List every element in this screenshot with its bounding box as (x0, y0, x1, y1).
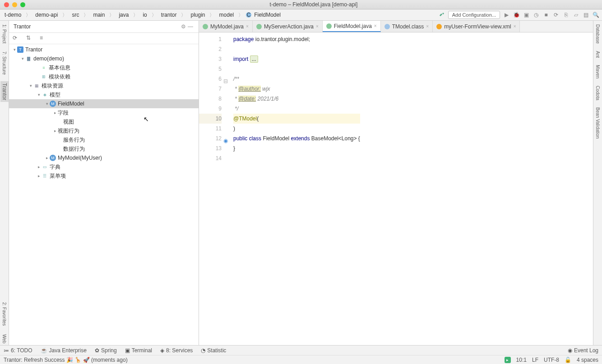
info-icon: ≡ (41, 65, 47, 71)
run-icon[interactable]: ▶ (503, 11, 510, 18)
close-icon[interactable] (4, 2, 9, 7)
close-icon[interactable]: × (316, 24, 319, 29)
tree-svcact[interactable]: ▸服务行为 (9, 135, 199, 144)
indent[interactable]: 4 spaces (577, 357, 598, 363)
terminal-button[interactable]: ▣ Terminal (125, 347, 152, 354)
close-icon[interactable]: × (374, 23, 377, 28)
structure-tab[interactable]: 7: Structure (1, 50, 8, 77)
crumb[interactable]: io (141, 11, 148, 18)
crumb[interactable]: t-demo (3, 11, 23, 18)
crumb[interactable]: demo-api (33, 11, 60, 18)
tree-res[interactable]: ▾▦模块资源 (9, 81, 199, 90)
left-tool-strip: 1: Project 7: Structure Trantor 2: Favor… (0, 21, 9, 345)
codota-tab[interactable]: Codota (595, 84, 601, 102)
todo-button[interactable]: ≔ 6: TODO (4, 347, 32, 354)
crumb[interactable]: model (217, 11, 236, 18)
hammer-icon[interactable] (438, 11, 445, 18)
panel-toolbar: ⟳ ⇅ ≡ (9, 33, 199, 44)
collapse-icon[interactable]: ≡ (40, 35, 47, 42)
expand-icon[interactable]: ⇅ (26, 35, 33, 42)
statistic-button[interactable]: ◔ Statistic (201, 347, 226, 354)
code-editor[interactable]: 12356⊟789101112◉1314 package io.trantor.… (199, 32, 593, 345)
event-log-button[interactable]: ◉ Event Log (568, 347, 598, 354)
close-icon[interactable]: × (426, 24, 429, 29)
tree-dict[interactable]: ▸▭字典 (9, 162, 199, 171)
project-tab[interactable]: 1: Project (1, 23, 8, 45)
ant-tab[interactable]: Ant (595, 49, 601, 60)
class-gutter-icon[interactable]: ◉ (223, 136, 228, 140)
mirror-icon[interactable]: ▱ (572, 11, 579, 18)
vcs-icon[interactable]: ⎘ (562, 11, 570, 18)
panel-title: Trantor (14, 23, 180, 30)
tree-mymodel[interactable]: ▸MMyModel(MyUser) (9, 153, 199, 162)
close-icon[interactable]: × (246, 24, 249, 29)
tab-fieldmodel[interactable]: FieldModel.java× (323, 21, 381, 32)
tree-menu[interactable]: ▸☰菜单项 (9, 171, 199, 180)
tree-models[interactable]: ▾◈模型 (9, 90, 199, 99)
tree-fieldmodel[interactable]: ▾MFieldModel (9, 99, 199, 108)
minimize-icon[interactable] (12, 2, 17, 7)
encoding[interactable]: UTF-8 (544, 357, 559, 363)
breadcrumb: t-demo〉 demo-api〉 src〉 main〉 java〉 io〉 t… (3, 11, 438, 19)
refresh-icon[interactable]: ⟳ (13, 35, 20, 42)
spring-button[interactable]: ✿ Spring (95, 347, 117, 354)
editor-area: MyModel.java× MyServerAction.java× Field… (199, 21, 593, 345)
tab-tmodel[interactable]: TModel.class× (381, 21, 433, 32)
line-separator[interactable]: LF (532, 357, 538, 363)
status-indicator[interactable]: ▸ (505, 357, 511, 363)
gear-icon[interactable]: ⚙ (180, 23, 187, 30)
tree-basic[interactable]: ▸≡基本信息 (9, 63, 199, 72)
tree-fields[interactable]: ▸字段 (9, 108, 199, 117)
minimize-panel-icon[interactable]: — (187, 23, 194, 30)
tree-viewact[interactable]: ▸视图行为 (9, 126, 199, 135)
bean-tab[interactable]: Bean Validation (595, 106, 601, 140)
coverage-icon[interactable]: ▣ (523, 11, 530, 18)
res-icon: ▦ (33, 83, 40, 89)
web-tab[interactable]: Web (1, 332, 8, 345)
status-bar: Trantor: Refresh Success 🎉 🦒 🚀 (moments … (0, 355, 602, 364)
crumb[interactable]: java (117, 11, 130, 18)
tab-mymodel[interactable]: MyModel.java× (199, 21, 253, 32)
add-configuration-button[interactable]: Add Configuration... (448, 11, 500, 19)
folder-icon: ▇ (25, 55, 32, 62)
java-enterprise-button[interactable]: ☕ Java Enterprise (41, 347, 87, 354)
maximize-icon[interactable] (20, 2, 25, 7)
tab-myuser-xml[interactable]: myUser-FormView-view.xml× (433, 21, 520, 32)
fold-icon[interactable]: ⊟ (223, 76, 228, 81)
editor-tabs: MyModel.java× MyServerAction.java× Field… (199, 21, 593, 32)
tree-dataact[interactable]: ▸数据行为 (9, 144, 199, 153)
tree-demo[interactable]: ▾▇demo(demo) (9, 54, 199, 63)
crumb[interactable]: main (91, 11, 107, 18)
close-icon[interactable]: × (514, 24, 516, 29)
mouse-cursor: ↖ (144, 115, 149, 123)
profile-icon[interactable]: ◷ (533, 11, 540, 18)
model-icon: ◈ (42, 92, 48, 98)
tree-views[interactable]: ▸视图 (9, 117, 199, 126)
tree-dep[interactable]: ▸⊞模块依赖 (9, 72, 199, 81)
trantor-icon: T (17, 46, 23, 53)
search-icon[interactable]: 🔍 (592, 11, 599, 18)
services-button[interactable]: ◈ 8: Services (160, 347, 193, 354)
bottom-toolbar: ≔ 6: TODO ☕ Java Enterprise ✿ Spring ▣ T… (0, 345, 602, 355)
panel-icon[interactable]: ▤ (582, 11, 589, 18)
tree-root[interactable]: ▾TTrantor (9, 45, 199, 54)
maven-tab[interactable]: Maven (595, 63, 601, 80)
restart-icon[interactable]: ⟳ (552, 11, 560, 18)
debug-icon[interactable]: 🐞 (513, 11, 520, 18)
m-icon: M (50, 101, 56, 107)
crumb[interactable]: plugin (189, 11, 207, 18)
dict-icon: ▭ (42, 164, 48, 170)
database-tab[interactable]: Database (595, 23, 601, 46)
window-title: t-demo – FieldModel.java [demo-api] (25, 1, 602, 8)
crumb[interactable]: src (70, 11, 81, 18)
lock-icon[interactable]: 🔓 (565, 357, 571, 363)
trantor-tab[interactable]: Trantor (0, 81, 9, 102)
favorites-tab[interactable]: 2: Favorites (1, 300, 8, 327)
class-icon (256, 24, 262, 29)
crumb[interactable]: trantor (159, 11, 179, 18)
stop-icon[interactable]: ■ (542, 11, 550, 18)
cursor-position[interactable]: 10:1 (516, 357, 527, 363)
trantor-panel: Trantor ⚙ — ⟳ ⇅ ≡ ▾TTrantor ▾▇demo(demo)… (9, 21, 199, 345)
tab-myserveraction[interactable]: MyServerAction.java× (253, 21, 323, 32)
crumb[interactable]: FieldModel (252, 11, 282, 18)
